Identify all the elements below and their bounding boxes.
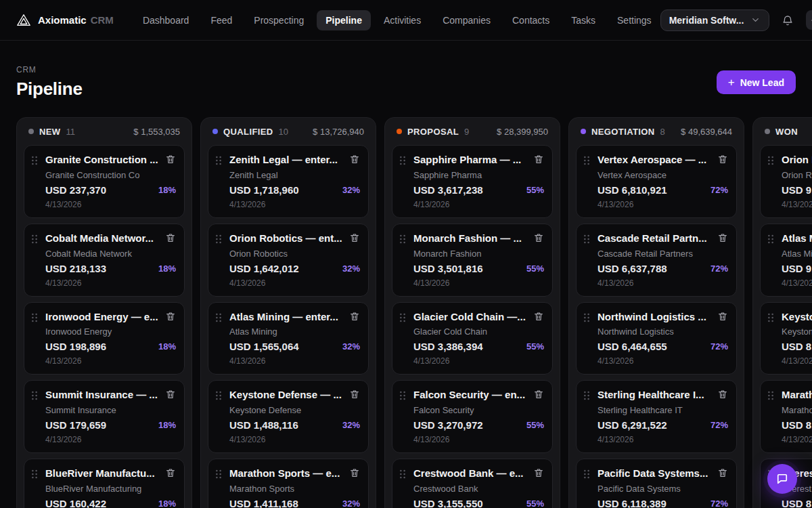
card-title: Summit Insurance — ... [45, 389, 160, 402]
delete-button[interactable] [533, 467, 544, 478]
drag-handle-icon[interactable] [31, 232, 39, 288]
drag-handle-icon[interactable] [215, 311, 223, 366]
drag-handle-icon[interactable] [31, 389, 39, 444]
delete-button[interactable] [533, 311, 544, 322]
nav-item[interactable]: Settings [608, 10, 660, 30]
deal-card[interactable]: Cobalt Media Networ... Cobalt Media Netw… [24, 224, 185, 297]
drag-handle-icon[interactable] [31, 154, 39, 209]
drag-handle-icon[interactable] [767, 232, 775, 288]
card-value: USD 6,118,389 [597, 498, 667, 508]
deal-card[interactable]: Marathon Sports — e... Marathon Sports U… [760, 380, 812, 453]
delete-button[interactable] [717, 311, 728, 322]
delete-button[interactable] [533, 154, 544, 165]
drag-handle-icon[interactable] [583, 311, 591, 366]
card-body: Monarch Fashion — ... Monarch Fashion US… [413, 232, 544, 288]
drag-handle-icon[interactable] [583, 467, 591, 508]
drag-handle-icon[interactable] [399, 467, 407, 508]
card-company: Orion Robotics [782, 170, 812, 180]
deal-card[interactable]: Vertex Aerospace — ... Vertex Aerospace … [576, 145, 737, 218]
org-switcher-button[interactable]: Meridian Softw... [660, 9, 770, 31]
delete-button[interactable] [349, 389, 360, 400]
nav-item[interactable]: Contacts [503, 10, 558, 30]
delete-button[interactable] [533, 232, 544, 243]
pipeline-column: PROPOSAL 9 $ 28,399,950 Sapphire Pharma … [384, 117, 560, 508]
card-company: Granite Construction Co [45, 170, 176, 180]
deal-card[interactable]: Summit Insurance — ... Summit Insurance … [24, 380, 185, 453]
drag-handle-icon[interactable] [215, 154, 223, 209]
page-header: CRM Pipeline + New Lead [0, 41, 812, 117]
theme-toggle-button[interactable] [806, 10, 812, 30]
nav-item[interactable]: Tasks [562, 10, 604, 30]
drag-handle-icon[interactable] [215, 467, 223, 508]
drag-handle-icon[interactable] [399, 232, 407, 288]
deal-card[interactable]: Zenith Legal — enter... Zenith Legal USD… [208, 145, 369, 218]
deal-card[interactable]: Granite Construction ... Granite Constru… [24, 145, 185, 218]
delete-button[interactable] [533, 389, 544, 400]
delete-button[interactable] [165, 154, 176, 165]
deal-card[interactable]: Ironwood Energy — e... Ironwood Energy U… [24, 302, 185, 375]
deal-card[interactable]: Keystone Defense — ... Keystone Defense … [760, 302, 812, 375]
nav-item[interactable]: Prospecting [245, 10, 313, 30]
card-title: Crestwood Bank — e... [413, 467, 528, 480]
deal-card[interactable]: Atlas Mining — enter... Atlas Mining USD… [760, 224, 812, 297]
drag-handle-icon[interactable] [767, 311, 775, 366]
deal-card[interactable]: Falcon Security — en... Falcon Security … [392, 380, 553, 453]
deal-card[interactable]: Sterling Healthcare I... Sterling Health… [576, 380, 737, 453]
nav-item[interactable]: Companies [434, 10, 499, 30]
drag-handle-icon[interactable] [399, 389, 407, 444]
drag-handle-icon[interactable] [583, 232, 591, 288]
deal-card[interactable]: Orion Robotics — ent... Orion Robotics U… [760, 145, 812, 218]
deal-card[interactable]: Atlas Mining — enter... Atlas Mining USD… [208, 302, 369, 375]
drag-handle-icon[interactable] [583, 389, 591, 444]
nav-item[interactable]: Feed [202, 10, 241, 30]
deal-card[interactable]: Cascade Retail Partn... Cascade Retail P… [576, 224, 737, 297]
nav-item[interactable]: Pipeline [317, 10, 371, 30]
card-date: 4/13/2026 [597, 356, 728, 366]
delete-button[interactable] [349, 311, 360, 322]
deal-card[interactable]: Pacific Data Systems... Pacific Data Sys… [576, 459, 737, 508]
nav-item[interactable]: Activities [375, 10, 430, 30]
delete-button[interactable] [165, 467, 176, 478]
chat-fab-button[interactable] [767, 464, 797, 494]
delete-button[interactable] [165, 389, 176, 400]
card-company: Sapphire Pharma [413, 170, 544, 180]
deal-card[interactable]: Marathon Sports — e... Marathon Sports U… [208, 459, 369, 508]
trash-icon [717, 232, 728, 243]
drag-handle-icon[interactable] [399, 154, 407, 209]
deal-card[interactable]: BlueRiver Manufactu... BlueRiver Manufac… [24, 459, 185, 508]
new-lead-button[interactable]: + New Lead [717, 70, 796, 94]
delete-button[interactable] [165, 311, 176, 322]
card-date: 4/13/2026 [597, 278, 728, 288]
delete-button[interactable] [717, 389, 728, 400]
delete-button[interactable] [717, 232, 728, 243]
deal-card[interactable]: Sapphire Pharma — ... Sapphire Pharma US… [392, 145, 553, 218]
drag-handle-icon[interactable] [767, 389, 775, 444]
drag-handle-icon[interactable] [583, 154, 591, 209]
delete-button[interactable] [165, 232, 176, 243]
stage-count: 9 [464, 127, 469, 137]
deal-card[interactable]: Northwind Logistics ... Northwind Logist… [576, 302, 737, 375]
deal-card[interactable]: Crestwood Bank — e... Crestwood Bank USD… [392, 459, 553, 508]
delete-button[interactable] [349, 232, 360, 243]
drag-handle-icon[interactable] [767, 154, 775, 209]
deal-card[interactable]: Glacier Cold Chain —... Glacier Cold Cha… [392, 302, 553, 375]
delete-button[interactable] [717, 154, 728, 165]
drag-handle-icon[interactable] [31, 467, 39, 508]
deal-card[interactable]: Monarch Fashion — ... Monarch Fashion US… [392, 224, 553, 297]
card-value: USD 3,386,394 [413, 341, 483, 352]
card-probability: 55% [526, 341, 544, 352]
notifications-button[interactable] [779, 12, 796, 29]
trash-icon [717, 311, 728, 322]
drag-handle-icon[interactable] [399, 311, 407, 366]
deal-card[interactable]: Keystone Defense — ... Keystone Defense … [208, 380, 369, 453]
drag-handle-icon[interactable] [215, 232, 223, 288]
delete-button[interactable] [349, 467, 360, 478]
drag-handle-icon[interactable] [31, 311, 39, 366]
drag-handle-icon[interactable] [215, 389, 223, 444]
delete-button[interactable] [717, 467, 728, 478]
card-value: USD 1,565,064 [229, 341, 299, 352]
delete-button[interactable] [349, 154, 360, 165]
nav-item[interactable]: Dashboard [134, 10, 198, 30]
deal-card[interactable]: Orion Robotics — ent... Orion Robotics U… [208, 224, 369, 297]
stage-dot [765, 129, 770, 134]
